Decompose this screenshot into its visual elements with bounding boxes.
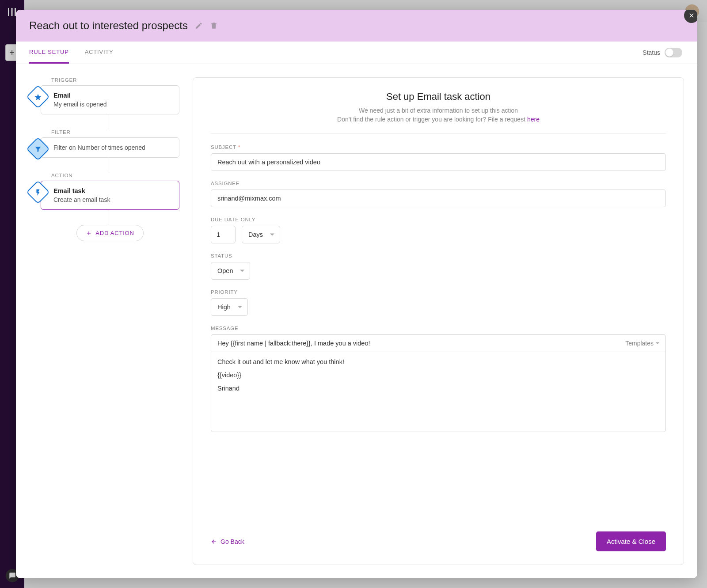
connector: [109, 210, 109, 225]
close-button[interactable]: [684, 10, 697, 23]
activate-close-button[interactable]: Activate & Close: [596, 531, 666, 551]
subject-input[interactable]: [211, 153, 666, 171]
assignee-input[interactable]: [211, 190, 666, 207]
priority-select[interactable]: High: [211, 298, 248, 316]
message-subject-input[interactable]: [217, 340, 625, 347]
edit-icon[interactable]: [195, 22, 203, 30]
due-unit-select[interactable]: Days: [242, 226, 280, 243]
tab-rule-setup[interactable]: RULE SETUP: [29, 42, 69, 64]
status-field-label: STATUS: [211, 253, 666, 258]
star-icon: [26, 85, 50, 109]
message-box: Templates Check it out and let me know w…: [211, 334, 666, 432]
filter-icon: [26, 137, 50, 161]
chevron-down-icon: [270, 234, 274, 236]
divider: [211, 133, 666, 134]
modal-header: Reach out to interested prospects: [16, 10, 697, 42]
tab-activity[interactable]: ACTIVITY: [85, 42, 114, 64]
connector: [109, 114, 109, 129]
due-date-label: DUE DATE ONLY: [211, 217, 666, 222]
chevron-down-icon: [656, 342, 659, 344]
due-number-input[interactable]: [211, 226, 236, 243]
action-node[interactable]: ACTION Email task Create an email task: [29, 173, 179, 210]
status-select[interactable]: Open: [211, 262, 250, 280]
modal-title: Reach out to interested prospects: [29, 19, 188, 32]
status-label: Status: [642, 49, 660, 56]
status-toggle[interactable]: [665, 48, 682, 57]
panel-title: Set up Email task action: [211, 91, 666, 102]
chevron-down-icon: [240, 270, 244, 272]
message-body-editor[interactable]: Check it out and let me know what you th…: [211, 352, 665, 432]
go-back-button[interactable]: Go Back: [211, 538, 244, 545]
assignee-label: ASSIGNEE: [211, 181, 666, 186]
connector: [109, 158, 109, 173]
chevron-down-icon: [238, 306, 242, 308]
panel-subtitle-1: We need just a bit of extra information …: [211, 107, 666, 114]
status-toggle-wrap: Status: [642, 48, 684, 57]
tab-bar: RULE SETUP ACTIVITY Status: [16, 42, 697, 64]
rule-flow: TRIGGER Email My email is opened FILTER …: [29, 77, 179, 565]
add-action-button[interactable]: ADD ACTION: [76, 225, 143, 241]
filter-node[interactable]: FILTER Filter on Number of times opened: [29, 129, 179, 158]
subject-label: SUBJECT *: [211, 144, 666, 150]
templates-dropdown[interactable]: Templates: [625, 340, 659, 347]
trigger-node[interactable]: TRIGGER Email My email is opened: [29, 77, 179, 114]
message-label: MESSAGE: [211, 326, 666, 331]
action-config-panel: Set up Email task action We need just a …: [193, 77, 684, 565]
priority-label: PRIORITY: [211, 289, 666, 295]
rule-modal: Reach out to interested prospects RULE S…: [16, 10, 697, 578]
file-request-link[interactable]: here: [527, 116, 540, 123]
trash-icon[interactable]: [210, 22, 218, 30]
bolt-icon: [26, 180, 50, 204]
panel-subtitle-2: Don't find the rule action or trigger yo…: [211, 116, 666, 123]
